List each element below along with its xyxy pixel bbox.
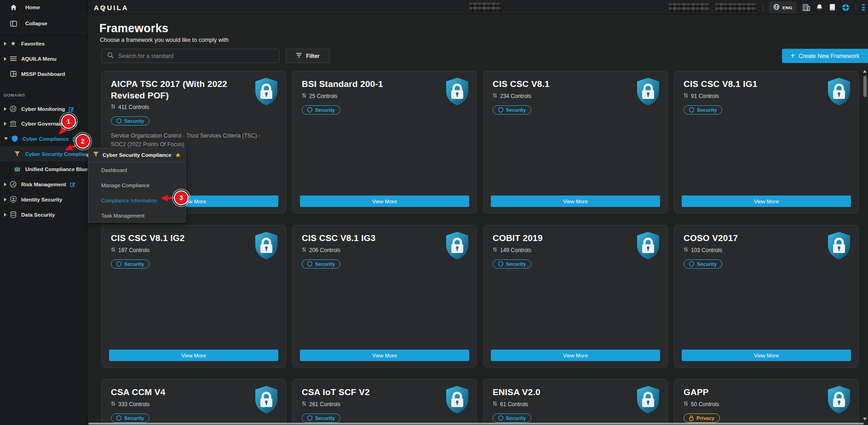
- aquila-logo: AQUILA: [94, 0, 129, 15]
- scroll-up-arrow[interactable]: [863, 70, 867, 73]
- sidebar-item-cyber-compliance[interactable]: Cyber Compliance: [0, 131, 87, 146]
- page-title: Frameworks: [99, 22, 168, 35]
- controls-sliders-icon: [111, 401, 115, 408]
- notifications-bell-icon[interactable]: [816, 4, 823, 11]
- search-input[interactable]: [118, 53, 274, 59]
- chevron-right-icon: [4, 213, 6, 217]
- view-more-button[interactable]: View More: [491, 350, 660, 361]
- vertical-scrollbar[interactable]: [862, 69, 868, 421]
- edit-icon[interactable]: [70, 182, 75, 187]
- chevron-right-icon: [4, 57, 6, 61]
- framework-controls-count: 234 Controls: [500, 93, 531, 99]
- frameworks-grid: AICPA TSC 2017 (With 2022 Revised POF) 4…: [101, 71, 859, 425]
- create-new-framework-button[interactable]: + Create New Framework: [782, 49, 868, 63]
- funnel-icon: [93, 151, 99, 159]
- framework-controls-count: 149 Controls: [500, 247, 531, 253]
- docs-book-icon[interactable]: [829, 4, 836, 11]
- language-button[interactable]: ENG: [769, 1, 797, 13]
- edit-icon[interactable]: [69, 106, 74, 112]
- shield-outline-icon: [689, 261, 694, 267]
- controls-sliders-icon: [493, 93, 497, 99]
- sidebar-item-aquila-menu[interactable]: AQUILA Menu: [0, 51, 87, 66]
- filter-icon: [296, 52, 302, 59]
- chevron-right-icon: [4, 42, 6, 46]
- shield-lock-icon: [636, 385, 660, 416]
- framework-title: COSO V2017: [684, 233, 849, 244]
- framework-controls-count: 103 Controls: [691, 247, 722, 253]
- favorite-star-icon[interactable]: ★: [175, 152, 181, 158]
- framework-card: ENISA V2.0 61 Controls Security: [483, 379, 668, 425]
- menu-partial-icon[interactable]: [862, 4, 865, 11]
- framework-tag-label: Security: [697, 107, 717, 113]
- sidebar-item-cyber-monitoring[interactable]: Cyber Monitoring: [0, 101, 87, 116]
- controls-sliders-icon: [684, 401, 688, 408]
- plus-icon: +: [791, 52, 795, 60]
- view-more-button[interactable]: View More: [109, 350, 278, 361]
- globe-icon: [773, 4, 780, 11]
- shield-lock-icon: [636, 231, 660, 262]
- sidebar-item-favorites[interactable]: ★ Favorites: [0, 36, 87, 51]
- search-box[interactable]: [101, 49, 280, 63]
- framework-tag-badge: Security: [493, 414, 531, 423]
- menu-notch: [86, 153, 88, 158]
- framework-controls-count: 261 Controls: [309, 401, 340, 408]
- organization-icon[interactable]: [803, 4, 810, 11]
- framework-description: Service Organization Control - Trust Ser…: [111, 132, 276, 149]
- framework-card: CIS CSC V8.1 IG1 91 Controls Security: [674, 71, 859, 213]
- framework-tag-badge: Security: [111, 116, 149, 126]
- shield-outline-icon: [498, 415, 503, 421]
- context-menu-title: Cyber Security Compliance: [103, 152, 172, 158]
- edit-icon[interactable]: [73, 136, 78, 142]
- vertical-scroll-thumb[interactable]: [863, 76, 867, 97]
- sidebar-item-home[interactable]: Home: [0, 0, 87, 15]
- controls-sliders-icon: [493, 401, 497, 408]
- controls-sliders-icon: [111, 247, 115, 253]
- collapse-panel-icon: [10, 21, 17, 27]
- framework-tag-badge: Security: [302, 414, 340, 423]
- view-more-button[interactable]: View More: [682, 350, 851, 361]
- sidebar: Home Collapse ★ Favorites AQUILA Menu MS…: [0, 0, 87, 425]
- context-menu-header: Cyber Security Compliance ★: [88, 148, 185, 162]
- risk-gauge-icon: [10, 181, 17, 188]
- lock-outline-icon: [689, 415, 694, 421]
- view-more-button[interactable]: View More: [682, 195, 851, 207]
- sidebar-item-cyber-security-compliance[interactable]: Cyber Security Complian...: [0, 146, 87, 161]
- framework-card: CSA CCM V4 333 Controls Security: [101, 379, 286, 425]
- governance-bank-icon: [10, 121, 17, 127]
- help-ring-icon[interactable]: [842, 4, 850, 11]
- shield-outline-icon: [307, 107, 312, 113]
- framework-tag-badge: Security: [684, 105, 722, 115]
- shield-outline-icon: [307, 415, 312, 421]
- sidebar-item-identity-security[interactable]: Identity Security: [0, 192, 87, 207]
- sidebar-item-risk-management[interactable]: Risk Management: [0, 177, 87, 192]
- horizontal-scroll-thumb[interactable]: [88, 423, 864, 425]
- shield-lock-icon: [445, 77, 469, 108]
- shield-lock-icon: [254, 231, 278, 262]
- shield-outline-icon: [116, 261, 121, 267]
- edit-icon[interactable]: [72, 121, 77, 126]
- menu-item-manage-compliance[interactable]: Manage Compliance: [88, 178, 185, 193]
- shield-lock-icon: [636, 77, 660, 108]
- menu-item-dashboard[interactable]: Dashboard: [88, 162, 185, 178]
- sidebar-item-data-security[interactable]: Data Security: [0, 207, 87, 222]
- framework-card: CIS CSC V8.1 IG2 187 Controls Security: [101, 225, 286, 368]
- sidebar-item-cyber-governance[interactable]: Cyber Governance: [0, 116, 87, 131]
- sidebar-item-mssp-dashboard[interactable]: MSSP Dashboard: [0, 66, 87, 81]
- framework-tag-label: Security: [506, 107, 526, 113]
- shield-lock-icon: [254, 77, 278, 108]
- framework-tag-label: Security: [506, 261, 526, 267]
- framework-card: BSI Standard 200-1 25 Controls Security: [292, 71, 477, 213]
- framework-tag-label: Security: [315, 415, 335, 421]
- view-more-button[interactable]: View More: [300, 350, 469, 361]
- sidebar-collapse-button[interactable]: Collapse: [0, 15, 87, 33]
- framework-controls-count: 91 Controls: [691, 93, 719, 99]
- filter-button[interactable]: Filter: [286, 49, 330, 63]
- view-more-button[interactable]: View More: [491, 195, 660, 207]
- framework-tag-label: Security: [124, 118, 144, 124]
- horizontal-scrollbar[interactable]: [87, 423, 868, 425]
- view-more-button[interactable]: View More: [300, 195, 469, 207]
- menu-item-task-management[interactable]: Task Management: [88, 208, 185, 223]
- menu-item-compliance-information[interactable]: Compliance Information: [88, 193, 185, 208]
- sidebar-item-unified-compliance-blueprint[interactable]: Unified Compliance Blue...: [0, 161, 87, 177]
- scroll-down-arrow[interactable]: [863, 418, 867, 420]
